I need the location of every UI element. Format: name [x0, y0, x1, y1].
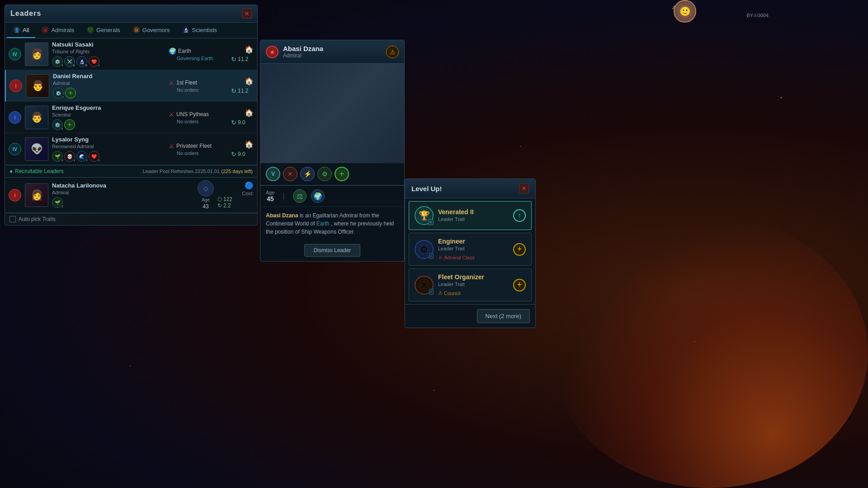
venerated-select-arrow[interactable]: ↑: [513, 209, 526, 222]
refresh-info: Leader Pool Refreshes 2225.01.01 (225 da…: [143, 169, 253, 174]
admiral-tag-icon: ⚔: [438, 254, 443, 260]
leader-cost: ↻ 9.0: [231, 119, 254, 126]
leader-info: Natacha Larilonova Admiral 🌱I: [52, 182, 194, 208]
mini-portrait[interactable]: 🙂: [674, 0, 696, 23]
engineer-name: Engineer: [438, 238, 509, 245]
list-item[interactable]: I 👩 Natacha Larilonova Admiral 🌱I ◇ Age …: [5, 178, 257, 213]
detail-name: Abasi Dzana: [283, 45, 382, 52]
leader-cost-block: 🏠 ↻ 11.2: [231, 77, 254, 94]
auto-pick-checkbox[interactable]: [9, 216, 16, 222]
levelup-footer: Next (2 more): [405, 304, 535, 328]
next-button[interactable]: Next (2 more): [477, 309, 530, 323]
home-btn[interactable]: 🏠: [231, 140, 254, 149]
trait-choice-venerated2[interactable]: 🏆 II Venerated II Leader Trait ↑: [409, 201, 532, 230]
detail-portrait-area: [260, 64, 404, 163]
tab-admirals[interactable]: ⚔ Admirals: [35, 23, 80, 38]
fleet-organizer-select-button[interactable]: +: [513, 279, 526, 291]
engineer-tag: ⚔ Admiral Class: [438, 254, 475, 260]
level-badge: I: [9, 80, 22, 92]
alert-icon: ⚠: [386, 46, 399, 58]
trait-choice-fleet-organizer[interactable]: ✕ I Fleet Organizer Leader Trait ⚠ Counc…: [409, 268, 532, 301]
levelup-close-button[interactable]: ✕: [519, 183, 529, 193]
leader-title: Tribune of Rights: [52, 49, 165, 54]
leader-title: Admiral: [53, 80, 165, 86]
list-item[interactable]: IV 👽 Lysalor Syng Renowned Admiral 🌱I 💀I…: [5, 133, 257, 165]
home-btn[interactable]: 🏠: [231, 45, 254, 54]
venerated-icon: 🏆 II: [415, 206, 434, 225]
leader-assignment: ⚔ 1st Fleet No orders: [169, 79, 227, 93]
detail-bio: Abasi Dzana is an Egalitarian Admiral fr…: [260, 207, 404, 240]
trait-add-icon[interactable]: +: [335, 167, 349, 181]
cost-influence: ↻ 2.2: [217, 202, 254, 209]
age-label: Age: [266, 190, 275, 195]
panel-header: Leaders ✕: [5, 5, 257, 23]
tab-governors[interactable]: 🏛 Governors: [127, 23, 176, 38]
leader-assignment: 🌍 Earth Governing Earth: [169, 47, 227, 61]
detail-header: ★ Abasi Dzana Admiral ⚠: [260, 40, 404, 64]
leader-cost: ↻ 9.0: [231, 150, 254, 158]
list-item[interactable]: I 👨 Enrique Esguerra Scientist ⚙️I + ⚔ U…: [5, 102, 257, 133]
age-value: 45: [267, 195, 274, 202]
trait-icon: ❤️I: [89, 151, 99, 162]
levelup-header: Level Up! ✕: [405, 179, 535, 198]
leader-title: Renowned Admiral: [52, 144, 165, 149]
refresh-date: Leader Pool Refreshes 2225.01.01: [143, 169, 220, 174]
detail-stats: Age 45 | ⚖ 🌍: [260, 186, 404, 207]
tab-scientists[interactable]: 🔬 Scientists: [176, 23, 223, 38]
trait-add-icon[interactable]: +: [64, 119, 75, 130]
levelup-panel: Level Up! ✕ 🏆 II Venerated II Leader Tra…: [405, 178, 536, 328]
recruit-btn[interactable]: 🔵: [217, 181, 254, 190]
leader-assignment: ⚔ UNS Pytheas No orders: [169, 111, 227, 124]
level-badge: IV: [9, 143, 21, 155]
trait-add-icon[interactable]: +: [65, 88, 76, 99]
tab-generals[interactable]: 🛡 Generals: [80, 23, 127, 38]
tab-all[interactable]: 👤 All: [7, 23, 35, 38]
home-btn[interactable]: 🏠: [231, 77, 254, 85]
recruit-skill-icon: ◇: [198, 180, 214, 197]
tab-generals-label: Generals: [96, 27, 120, 33]
fleet-organizer-info: Fleet Organizer Leader Trait ⚠ Council: [438, 273, 509, 296]
tabs-bar: 👤 All ⚔ Admirals 🛡 Generals 🏛 Governors …: [5, 23, 257, 38]
trait-icon: ⚔️II: [64, 56, 75, 67]
home-btn[interactable]: 🏠: [231, 108, 254, 117]
portrait-placeholder: 👨: [26, 75, 49, 97]
level-badge: I: [9, 111, 21, 124]
leader-title: Admiral: [52, 190, 194, 195]
admiral-tag-label: Admiral Class: [444, 255, 475, 260]
council-tag-label: Council: [444, 291, 461, 296]
trait-choice-engineer[interactable]: ⚙ I Engineer Leader Trait ⚔ Admiral Clas…: [409, 233, 532, 266]
venerated-name: Venerated II: [438, 208, 509, 216]
venerated-type: Leader Trait: [438, 216, 509, 222]
cost-value: 11.2: [238, 88, 248, 94]
age-label: Age: [202, 197, 210, 202]
leader-traits: 🌱I 💀I 🌊I ❤️I: [52, 151, 165, 162]
refresh-days: (225 days left): [221, 169, 253, 174]
recruitable-label: Recruitable Leaders: [15, 168, 63, 174]
assignment-name: 1st Fleet: [176, 80, 197, 86]
detail-role: Admiral: [283, 52, 382, 59]
list-item[interactable]: I 👨 Daniel Renard Admiral ⚙️I + ⚔ 1st Fl…: [5, 70, 257, 102]
level-badge: I: [9, 189, 21, 202]
level-badge: IV: [9, 48, 21, 61]
leader-detail-panel: ★ Abasi Dzana Admiral ⚠: [260, 40, 405, 262]
close-button[interactable]: ✕: [242, 9, 252, 19]
engineer-select-button[interactable]: +: [513, 243, 526, 256]
assignment-info: ⚔ UNS Pytheas: [169, 111, 209, 118]
leader-traits: ⚙️I ⚔️II 🔬II ❤️I: [52, 56, 165, 67]
trait-v-icon: V: [266, 167, 280, 181]
assignment-info: ⚔ Privateer Fleet: [169, 142, 212, 150]
auto-pick-bar: Auto pick Traits: [5, 213, 257, 225]
fleet-icon: ⚔: [169, 111, 175, 118]
stat-divider: |: [283, 192, 285, 200]
cost-value: 9.0: [238, 119, 245, 126]
cost-icon: ↻: [231, 119, 236, 126]
leader-cost-block: 🏠 ↻ 11.2: [231, 45, 254, 63]
engineer-info: Engineer Leader Trait ⚔ Admiral Class: [438, 238, 509, 261]
detail-name-block: Abasi Dzana Admiral: [283, 45, 382, 59]
trait-lightning-icon: ⚡: [300, 167, 315, 181]
assignment-status: Governing Earth: [169, 56, 213, 61]
dismiss-button[interactable]: Dismiss Leader: [304, 244, 361, 257]
list-item[interactable]: IV 👩 Natsuki Sasaki Tribune of Rights ⚙️…: [5, 38, 257, 70]
cost-icon: ↻: [231, 150, 236, 158]
cost-icon: ↻: [231, 87, 236, 94]
